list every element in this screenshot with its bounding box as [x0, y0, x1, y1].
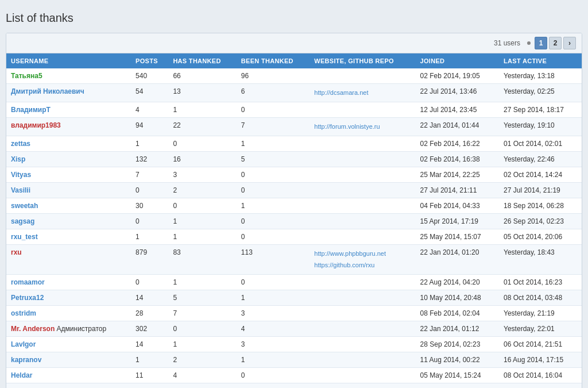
username-link[interactable]: Vityas [11, 171, 31, 179]
cell-been-thanked: 0 [237, 367, 310, 383]
col-has-thanked: HAS THANKED [168, 53, 236, 68]
cell-joined: 22 Jul 2014, 13:46 [416, 84, 499, 102]
cell-last-active: 01 Oct 2014, 02:01 [499, 136, 582, 152]
cell-joined: 10 May 2014, 20:48 [416, 290, 499, 305]
cell-last-active: 01 Oct 2014, 16:23 [499, 274, 582, 290]
cell-joined: 04 Feb 2014, 04:33 [416, 198, 499, 214]
cell-website [310, 290, 415, 305]
cell-joined: 28 Sep 2014, 02:23 [416, 336, 499, 352]
table-row: LavIgor141328 Sep 2014, 02:2306 Oct 2014… [6, 336, 582, 352]
cell-website [310, 229, 415, 245]
username-link[interactable]: Татьяна5 [11, 72, 42, 80]
page-1-button[interactable]: 1 [535, 37, 547, 49]
website-link[interactable]: http://forum.volnistye.ru [314, 123, 380, 130]
username-link[interactable]: sweetah [11, 202, 38, 210]
cell-joined: 08 Mar 2014, 07:37 [416, 383, 499, 388]
website-link[interactable]: http://dcsamara.net [314, 89, 368, 96]
cell-username: sweetah [6, 198, 131, 214]
cell-last-active: 16 Aug 2014, 17:15 [499, 352, 582, 367]
cell-posts: 540 [131, 68, 168, 84]
table-row: romaamor01022 Aug 2014, 04:2001 Oct 2014… [6, 274, 582, 290]
username-suffix: Администратор [55, 325, 106, 333]
cell-website: http://www.phpbbguru.nethttps://github.c… [310, 245, 415, 274]
table-row: ostridm287308 Feb 2014, 02:04Yesterday, … [6, 305, 582, 321]
username-link[interactable]: rxu_test [11, 233, 38, 241]
username-link[interactable]: Vasilii [11, 186, 30, 194]
cell-has-thanked: 66 [168, 68, 236, 84]
top-pagination-bar: 31 users 1 2 › [6, 33, 582, 53]
cell-last-active: Yesterday, 22:46 [499, 152, 582, 167]
top-users-count: 31 users [494, 39, 520, 47]
cell-joined: 15 Apr 2014, 17:19 [416, 214, 499, 229]
cell-website [310, 367, 415, 383]
table-row: Татьяна5540669602 Feb 2014, 19:05Yesterd… [6, 68, 582, 84]
cell-joined: 22 Jan 2014, 01:44 [416, 118, 499, 136]
cell-last-active: 05 Oct 2014, 20:06 [499, 229, 582, 245]
cell-posts: 11 [131, 367, 168, 383]
cell-posts: 302 [131, 321, 168, 336]
cell-joined: 11 Aug 2014, 00:22 [416, 352, 499, 367]
username-link[interactable]: ВладимирТ [11, 106, 51, 114]
cell-joined: 27 Jul 2014, 21:11 [416, 183, 499, 198]
table-body: Татьяна5540669602 Feb 2014, 19:05Yesterd… [6, 68, 582, 388]
cell-joined: 25 May 2014, 15:07 [416, 229, 499, 245]
table-row: Mr. Anderson Администратор3020422 Jan 20… [6, 321, 582, 336]
cell-has-thanked: 83 [168, 245, 236, 274]
cell-been-thanked: 113 [237, 245, 310, 274]
cell-last-active: 18 Sep 2014, 06:28 [499, 198, 582, 214]
cell-has-thanked: 1 [168, 214, 236, 229]
website-link[interactable]: http://www.phpbbguru.net [314, 250, 386, 257]
cell-has-thanked: 7 [168, 305, 236, 321]
cell-website [310, 305, 415, 321]
cell-been-thanked: 5 [237, 152, 310, 167]
table-row: Vasilii02027 Jul 2014, 21:1127 Jul 2014,… [6, 183, 582, 198]
col-website: WEBSITE, GITHUB REPO [310, 53, 415, 68]
username-link[interactable]: Дмитрий Николаевич [11, 87, 84, 95]
username-link[interactable]: sagsag [11, 217, 34, 225]
cell-username: Petruxa12 [6, 290, 131, 305]
table-row: HD321kbps2060http://phpbb-master.ru08 Ma… [6, 383, 582, 388]
username-link[interactable]: rxu [11, 248, 22, 256]
cell-username: LavIgor [6, 336, 131, 352]
cell-been-thanked: 0 [237, 229, 310, 245]
website-link[interactable]: https://github.com/rxu [314, 262, 374, 268]
username-link[interactable]: LavIgor [11, 340, 36, 348]
username-link[interactable]: Xisp [11, 155, 25, 163]
cell-last-active: 08 Oct 2014, 03:48 [499, 290, 582, 305]
username-link[interactable]: ostridm [11, 309, 36, 317]
cell-been-thanked: 1 [237, 198, 310, 214]
cell-username: romaamor [6, 274, 131, 290]
cell-joined: 08 Feb 2014, 02:04 [416, 305, 499, 321]
cell-last-active: 08 Oct 2014, 16:04 [499, 367, 582, 383]
cell-been-thanked: 6 [237, 84, 310, 102]
username-link[interactable]: zettas [11, 140, 30, 148]
cell-has-thanked: 1 [168, 229, 236, 245]
cell-last-active: Yesterday, 22:01 [499, 321, 582, 336]
cell-last-active: Yesterday, 13:18 [499, 68, 582, 84]
cell-last-active: 02 Oct 2014, 14:24 [499, 167, 582, 183]
cell-joined: 12 Jul 2014, 23:45 [416, 102, 499, 118]
cell-has-thanked: 2 [168, 352, 236, 367]
cell-last-active: Yesterday, 21:19 [499, 305, 582, 321]
username-link[interactable]: kapranov [11, 356, 41, 364]
next-page-button[interactable]: › [563, 37, 576, 49]
cell-username: ВладимирТ [6, 102, 131, 118]
cell-website: http://dcsamara.net [310, 84, 415, 102]
username-link[interactable]: Heldar [11, 371, 32, 379]
cell-posts: 20 [131, 383, 168, 388]
col-posts: POSTS [131, 53, 168, 68]
username-link[interactable]: Petruxa12 [11, 294, 44, 302]
page-2-button[interactable]: 2 [549, 37, 562, 49]
username-link[interactable]: romaamor [11, 278, 45, 286]
cell-has-thanked: 1 [168, 274, 236, 290]
cell-been-thanked: 3 [237, 305, 310, 321]
col-been-thanked: BEEN THANKED [237, 53, 310, 68]
username-link[interactable]: владимир1983 [11, 121, 61, 129]
cell-has-thanked: 16 [168, 152, 236, 167]
username-link[interactable]: Mr. Anderson [11, 325, 55, 333]
cell-has-thanked: 4 [168, 367, 236, 383]
cell-has-thanked: 0 [168, 136, 236, 152]
table-row: rxu_test11025 May 2014, 15:0705 Oct 2014… [6, 229, 582, 245]
cell-website [310, 152, 415, 167]
table-header: USERNAME POSTS HAS THANKED BEEN THANKED … [6, 53, 582, 68]
